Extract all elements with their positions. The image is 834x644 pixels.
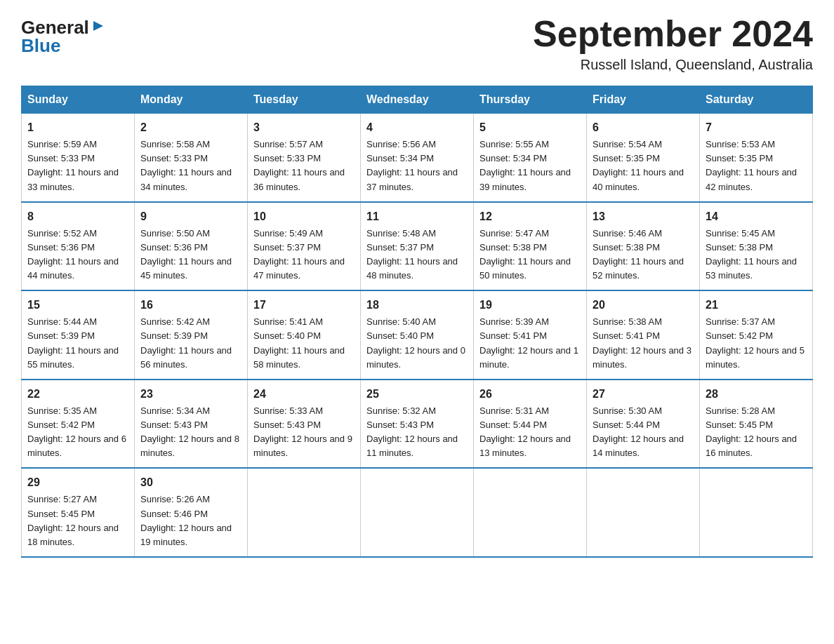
calendar-day-cell: 6 Sunrise: 5:54 AMSunset: 5:35 PMDayligh… — [587, 114, 700, 202]
page-header: General Blue September 2024 Russell Isla… — [21, 14, 813, 73]
logo-arrow-icon — [91, 18, 106, 34]
day-info: Sunrise: 5:58 AMSunset: 5:33 PMDaylight:… — [140, 139, 232, 192]
day-info: Sunrise: 5:53 AMSunset: 5:35 PMDaylight:… — [706, 139, 797, 192]
weekday-header-thursday: Thursday — [474, 86, 587, 114]
calendar-week-row: 1 Sunrise: 5:59 AMSunset: 5:33 PMDayligh… — [22, 114, 813, 202]
day-info: Sunrise: 5:26 AMSunset: 5:46 PMDaylight:… — [140, 494, 232, 546]
day-info: Sunrise: 5:35 AMSunset: 5:42 PMDaylight:… — [27, 405, 126, 458]
weekday-header-monday: Monday — [135, 86, 248, 114]
calendar-day-cell: 1 Sunrise: 5:59 AMSunset: 5:33 PMDayligh… — [22, 114, 135, 202]
calendar-day-cell: 2 Sunrise: 5:58 AMSunset: 5:33 PMDayligh… — [135, 114, 248, 202]
title-area: September 2024 Russell Island, Queenslan… — [533, 14, 813, 73]
weekday-header-row: SundayMondayTuesdayWednesdayThursdayFrid… — [22, 86, 813, 114]
calendar-week-row: 15 Sunrise: 5:44 AMSunset: 5:39 PMDaylig… — [22, 290, 813, 380]
day-number: 12 — [479, 208, 581, 225]
day-number: 7 — [706, 119, 807, 136]
day-number: 28 — [706, 386, 807, 403]
calendar-day-cell: 16 Sunrise: 5:42 AMSunset: 5:39 PMDaylig… — [135, 290, 248, 380]
calendar-week-row: 29 Sunrise: 5:27 AMSunset: 5:45 PMDaylig… — [22, 468, 813, 557]
day-info: Sunrise: 5:33 AMSunset: 5:43 PMDaylight:… — [253, 405, 352, 458]
day-number: 9 — [140, 208, 241, 225]
day-number: 20 — [593, 297, 694, 314]
logo-general: General — [21, 18, 89, 36]
day-info: Sunrise: 5:45 AMSunset: 5:38 PMDaylight:… — [706, 228, 797, 281]
day-info: Sunrise: 5:38 AMSunset: 5:41 PMDaylight:… — [593, 316, 691, 369]
day-info: Sunrise: 5:56 AMSunset: 5:34 PMDaylight:… — [366, 139, 458, 192]
day-number: 17 — [253, 297, 355, 314]
day-info: Sunrise: 5:49 AMSunset: 5:37 PMDaylight:… — [253, 228, 345, 281]
day-number: 29 — [27, 474, 128, 491]
day-number: 24 — [253, 386, 355, 403]
day-number: 4 — [366, 119, 468, 136]
calendar-day-cell: 18 Sunrise: 5:40 AMSunset: 5:40 PMDaylig… — [361, 290, 474, 380]
day-number: 22 — [27, 386, 128, 403]
calendar-day-cell: 13 Sunrise: 5:46 AMSunset: 5:38 PMDaylig… — [587, 202, 700, 291]
day-info: Sunrise: 5:50 AMSunset: 5:36 PMDaylight:… — [140, 228, 232, 281]
day-info: Sunrise: 5:28 AMSunset: 5:45 PMDaylight:… — [706, 405, 797, 458]
calendar-day-cell — [361, 468, 474, 557]
day-info: Sunrise: 5:31 AMSunset: 5:44 PMDaylight:… — [479, 405, 571, 458]
day-number: 8 — [27, 208, 128, 225]
calendar-day-cell: 30 Sunrise: 5:26 AMSunset: 5:46 PMDaylig… — [135, 468, 248, 557]
calendar-day-cell: 20 Sunrise: 5:38 AMSunset: 5:41 PMDaylig… — [587, 290, 700, 380]
calendar-day-cell: 11 Sunrise: 5:48 AMSunset: 5:37 PMDaylig… — [361, 202, 474, 291]
calendar-day-cell: 14 Sunrise: 5:45 AMSunset: 5:38 PMDaylig… — [700, 202, 813, 291]
calendar-day-cell: 28 Sunrise: 5:28 AMSunset: 5:45 PMDaylig… — [700, 380, 813, 469]
calendar-day-cell: 22 Sunrise: 5:35 AMSunset: 5:42 PMDaylig… — [22, 380, 135, 469]
day-number: 23 — [140, 386, 241, 403]
calendar-day-cell — [700, 468, 813, 557]
calendar-table: SundayMondayTuesdayWednesdayThursdayFrid… — [21, 86, 813, 558]
calendar-day-cell: 12 Sunrise: 5:47 AMSunset: 5:38 PMDaylig… — [474, 202, 587, 291]
day-info: Sunrise: 5:54 AMSunset: 5:35 PMDaylight:… — [593, 139, 684, 192]
day-number: 1 — [27, 119, 128, 136]
day-number: 5 — [479, 119, 581, 136]
day-number: 11 — [366, 208, 468, 225]
month-title: September 2024 — [533, 14, 813, 54]
svg-marker-0 — [93, 21, 103, 31]
calendar-day-cell: 5 Sunrise: 5:55 AMSunset: 5:34 PMDayligh… — [474, 114, 587, 202]
calendar-day-cell: 23 Sunrise: 5:34 AMSunset: 5:43 PMDaylig… — [135, 380, 248, 469]
day-info: Sunrise: 5:40 AMSunset: 5:40 PMDaylight:… — [366, 316, 465, 369]
day-number: 18 — [366, 297, 468, 314]
calendar-day-cell: 15 Sunrise: 5:44 AMSunset: 5:39 PMDaylig… — [22, 290, 135, 380]
day-number: 2 — [140, 119, 241, 136]
calendar-day-cell: 21 Sunrise: 5:37 AMSunset: 5:42 PMDaylig… — [700, 290, 813, 380]
calendar-day-cell: 24 Sunrise: 5:33 AMSunset: 5:43 PMDaylig… — [248, 380, 361, 469]
day-number: 19 — [479, 297, 581, 314]
day-info: Sunrise: 5:34 AMSunset: 5:43 PMDaylight:… — [140, 405, 239, 458]
weekday-header-friday: Friday — [587, 86, 700, 114]
day-number: 15 — [27, 297, 128, 314]
calendar-week-row: 22 Sunrise: 5:35 AMSunset: 5:42 PMDaylig… — [22, 380, 813, 469]
day-info: Sunrise: 5:42 AMSunset: 5:39 PMDaylight:… — [140, 316, 232, 369]
day-info: Sunrise: 5:46 AMSunset: 5:38 PMDaylight:… — [593, 228, 684, 281]
day-info: Sunrise: 5:57 AMSunset: 5:33 PMDaylight:… — [253, 139, 345, 192]
logo-blue: Blue — [21, 35, 60, 57]
day-info: Sunrise: 5:52 AMSunset: 5:36 PMDaylight:… — [27, 228, 119, 281]
day-info: Sunrise: 5:59 AMSunset: 5:33 PMDaylight:… — [27, 139, 119, 192]
calendar-day-cell — [474, 468, 587, 557]
calendar-day-cell: 4 Sunrise: 5:56 AMSunset: 5:34 PMDayligh… — [361, 114, 474, 202]
day-number: 27 — [593, 386, 694, 403]
day-number: 26 — [479, 386, 581, 403]
day-info: Sunrise: 5:39 AMSunset: 5:41 PMDaylight:… — [479, 316, 578, 369]
weekday-header-saturday: Saturday — [700, 86, 813, 114]
day-number: 3 — [253, 119, 355, 136]
calendar-week-row: 8 Sunrise: 5:52 AMSunset: 5:36 PMDayligh… — [22, 202, 813, 291]
weekday-header-tuesday: Tuesday — [248, 86, 361, 114]
day-info: Sunrise: 5:44 AMSunset: 5:39 PMDaylight:… — [27, 316, 119, 369]
calendar-day-cell: 17 Sunrise: 5:41 AMSunset: 5:40 PMDaylig… — [248, 290, 361, 380]
calendar-day-cell: 26 Sunrise: 5:31 AMSunset: 5:44 PMDaylig… — [474, 380, 587, 469]
day-number: 6 — [593, 119, 694, 136]
day-info: Sunrise: 5:37 AMSunset: 5:42 PMDaylight:… — [706, 316, 805, 369]
calendar-day-cell: 27 Sunrise: 5:30 AMSunset: 5:44 PMDaylig… — [587, 380, 700, 469]
day-info: Sunrise: 5:27 AMSunset: 5:45 PMDaylight:… — [27, 494, 119, 546]
day-number: 25 — [366, 386, 468, 403]
calendar-day-cell: 10 Sunrise: 5:49 AMSunset: 5:37 PMDaylig… — [248, 202, 361, 291]
day-number: 10 — [253, 208, 355, 225]
day-number: 30 — [140, 474, 241, 491]
day-number: 16 — [140, 297, 241, 314]
weekday-header-wednesday: Wednesday — [361, 86, 474, 114]
calendar-day-cell: 19 Sunrise: 5:39 AMSunset: 5:41 PMDaylig… — [474, 290, 587, 380]
calendar-day-cell: 3 Sunrise: 5:57 AMSunset: 5:33 PMDayligh… — [248, 114, 361, 202]
day-number: 14 — [706, 208, 807, 225]
